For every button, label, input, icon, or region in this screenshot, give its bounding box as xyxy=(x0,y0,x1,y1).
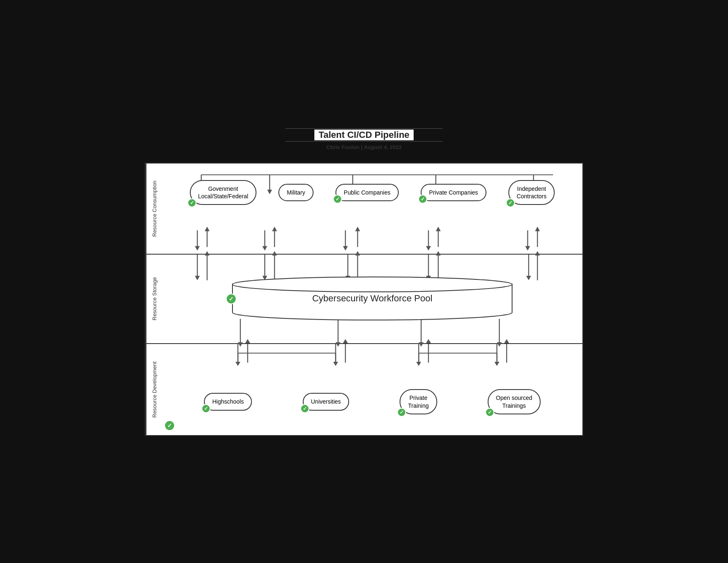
lane-content-storage: ✓ Cybersecurity Workforce Pool xyxy=(162,255,582,343)
pool-svg: Cybersecurity Workforce Pool xyxy=(232,275,513,321)
svg-marker-48 xyxy=(526,276,531,280)
lane-resource-storage: Resource Storage xyxy=(146,255,582,344)
page-wrapper: Talent CI/CD Pipeline Chris Foulon | Aug… xyxy=(136,111,592,452)
node-wrap-military: Military xyxy=(278,184,313,201)
node-wrap-private-co: Private Companies ✓ xyxy=(421,184,486,201)
svg-marker-24 xyxy=(426,246,431,250)
lane-label-storage: Resource Storage xyxy=(146,255,162,343)
pool-container: ✓ Cybersecurity Workforce Pool xyxy=(232,275,513,322)
svg-marker-68 xyxy=(333,362,338,366)
svg-marker-28 xyxy=(525,246,530,250)
node-highschools-label: Highschools xyxy=(212,398,244,405)
svg-marker-20 xyxy=(343,246,348,250)
check-contractors: ✓ xyxy=(506,198,515,207)
lane-content-consumption: GovenmentLocal/State/Federal ✓ Military xyxy=(162,164,582,254)
lane-content-development: Highschools ✓ Universities ✓ PrivateTrai… xyxy=(162,344,582,435)
check-public: ✓ xyxy=(333,195,342,204)
pool-check-badge: ✓ xyxy=(226,294,237,304)
author: Chris Foulon xyxy=(326,144,359,150)
node-wrap-highschools: Highschools ✓ xyxy=(204,393,252,410)
page-title: Talent CI/CD Pipeline xyxy=(314,130,414,140)
node-highschools: Highschools ✓ xyxy=(204,393,252,410)
node-military-label: Military xyxy=(287,189,305,196)
node-wrap-universities: Universities ✓ xyxy=(303,393,349,410)
node-wrap-government: GovenmentLocal/State/Federal ✓ xyxy=(190,180,256,205)
node-private-co-label: Private Companies xyxy=(429,189,478,196)
svg-marker-12 xyxy=(195,246,200,250)
check-government: ✓ xyxy=(187,198,196,207)
node-public: Public Companies ✓ xyxy=(335,184,399,201)
separator: | xyxy=(361,144,363,150)
node-wrap-private-training: PrivateTraining ✓ xyxy=(400,389,437,414)
node-government: GovenmentLocal/State/Federal ✓ xyxy=(190,180,256,205)
node-government-label: GovenmentLocal/State/Federal xyxy=(198,185,248,200)
svg-marker-18 xyxy=(272,226,277,231)
node-wrap-open-sourced: Open sourcedTrainings ✓ xyxy=(488,389,541,414)
check-universities: ✓ xyxy=(300,404,309,413)
svg-marker-72 xyxy=(494,362,499,366)
node-universities-label: Universities xyxy=(311,398,341,405)
lane-resource-consumption: Resource Consumption xyxy=(146,164,582,255)
node-military: Military xyxy=(278,184,313,201)
node-private-training-label: PrivateTraining xyxy=(408,394,429,409)
node-contractors: IndepedentContractors ✓ xyxy=(508,180,555,205)
lane-resource-development: Resource Development xyxy=(146,344,582,435)
svg-marker-32 xyxy=(195,276,200,280)
diagram: Resource Consumption xyxy=(145,163,583,436)
node-private-training: PrivateTraining ✓ xyxy=(400,389,437,414)
svg-marker-16 xyxy=(262,246,267,250)
svg-marker-14 xyxy=(205,226,210,231)
svg-point-63 xyxy=(232,277,512,292)
node-public-label: Public Companies xyxy=(344,189,390,196)
check-private-training: ✓ xyxy=(397,408,406,417)
top-nodes-row: GovenmentLocal/State/Federal ✓ Military xyxy=(170,168,574,213)
svg-marker-30 xyxy=(535,226,540,231)
lane-development-check: ✓ xyxy=(164,420,175,431)
date: August 4, 2022 xyxy=(364,144,402,150)
node-wrap-public: Public Companies ✓ xyxy=(335,184,399,201)
svg-text:Cybersecurity Workforce Pool: Cybersecurity Workforce Pool xyxy=(312,293,433,303)
node-contractors-label: IndepedentContractors xyxy=(517,185,546,200)
svg-marker-70 xyxy=(416,362,421,366)
node-wrap-contractors: IndepedentContractors ✓ xyxy=(508,180,555,205)
lane-label-consumption: Resource Consumption xyxy=(146,164,162,254)
node-open-sourced-label: Open sourcedTrainings xyxy=(496,394,532,409)
svg-marker-26 xyxy=(436,226,441,231)
node-private-co: Private Companies ✓ xyxy=(421,184,486,201)
check-highschools: ✓ xyxy=(201,404,211,413)
node-universities: Universities ✓ xyxy=(303,393,349,410)
check-private-co: ✓ xyxy=(418,195,427,204)
lane-label-development: Resource Development xyxy=(146,344,162,435)
check-open-sourced: ✓ xyxy=(485,408,494,417)
subtitle: Chris Foulon | August 4, 2022 xyxy=(145,144,583,150)
title-section: Talent CI/CD Pipeline Chris Foulon | Aug… xyxy=(145,128,583,150)
node-open-sourced: Open sourcedTrainings ✓ xyxy=(488,389,541,414)
svg-marker-66 xyxy=(235,362,240,366)
svg-marker-22 xyxy=(355,226,360,231)
